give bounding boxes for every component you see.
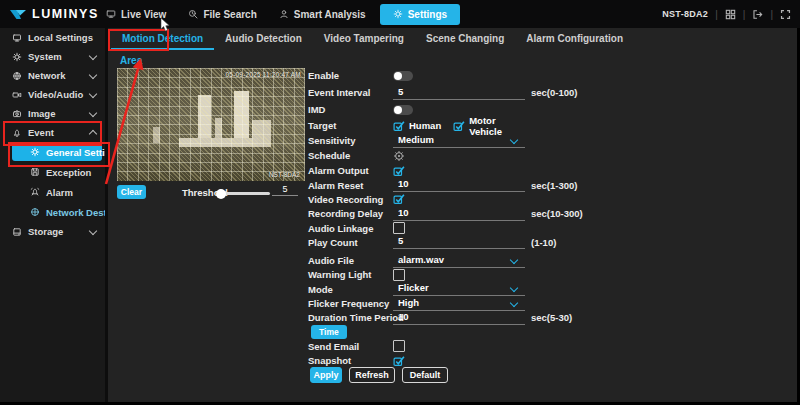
chevron-down-icon bbox=[89, 51, 97, 59]
tab-video-tampering[interactable]: Video Tampering bbox=[313, 28, 415, 50]
osd-timestamp: 05-09-2025 11:20:47 AM bbox=[226, 71, 301, 78]
audio-file-select[interactable]: alarm.wav bbox=[393, 254, 525, 268]
tab-alarm-configuration[interactable]: Alarm Configuration bbox=[515, 28, 634, 50]
form-row-duration-time-period: Duration Time Period10sec(5-30) bbox=[308, 311, 778, 325]
sidebar-item-general-settings[interactable]: General Settings bbox=[12, 143, 102, 161]
default-button[interactable]: Default bbox=[402, 367, 448, 383]
motion-settings-form: EnableEvent Interval5sec(0-100)IMDTarget… bbox=[308, 67, 778, 382]
sidebar-item-label: Local Settings bbox=[28, 32, 93, 43]
form-row-alarm-output: Alarm Output bbox=[308, 163, 778, 178]
detection-area-canvas[interactable]: 05-09-2025 11:20:47 AM NST-8DA2 bbox=[117, 68, 305, 181]
brand-name: LUMINYS bbox=[32, 7, 99, 21]
field-control bbox=[393, 355, 525, 367]
flicker-frequency-select[interactable]: High bbox=[393, 297, 525, 311]
fullscreen-icon[interactable] bbox=[780, 9, 791, 20]
field-range-hint: sec(5-30) bbox=[525, 312, 572, 323]
tab-scene-changing[interactable]: Scene Changing bbox=[415, 28, 515, 50]
divider: | bbox=[715, 9, 718, 20]
chevron-down-icon bbox=[89, 70, 97, 78]
tab-audio-detection[interactable]: Audio Detection bbox=[214, 28, 313, 50]
warning-light-checkbox[interactable] bbox=[393, 269, 405, 281]
sidebar: Local SettingsSystemNetworkVideo/AudioIm… bbox=[0, 28, 105, 402]
threshold-value[interactable]: 5 bbox=[272, 184, 298, 196]
chevron-down-icon bbox=[510, 255, 518, 263]
apply-button[interactable]: Apply bbox=[310, 367, 342, 383]
refresh-button[interactable]: Refresh bbox=[349, 367, 395, 383]
chevron-down-icon bbox=[510, 284, 518, 292]
sidebar-item-system[interactable]: System bbox=[0, 47, 105, 66]
sidebar-item-alarm[interactable]: Alarm bbox=[0, 182, 105, 202]
sidebar-item-local-settings[interactable]: Local Settings bbox=[0, 28, 105, 47]
nav-item-live-view[interactable]: Live View bbox=[98, 5, 174, 24]
alarm-output-config-icon[interactable] bbox=[393, 165, 405, 177]
chevron-down-icon bbox=[89, 108, 97, 116]
field-label: Duration Time Period bbox=[308, 312, 393, 323]
bell-icon bbox=[12, 128, 22, 138]
video-icon bbox=[12, 90, 22, 100]
sidebar-item-label: Video/Audio bbox=[28, 89, 83, 100]
field-control bbox=[393, 193, 525, 205]
form-row-time: Time bbox=[308, 325, 778, 339]
imd-toggle[interactable] bbox=[393, 105, 413, 115]
snapshot-config-icon[interactable] bbox=[393, 355, 405, 367]
field-control bbox=[393, 222, 525, 234]
monitor-icon bbox=[12, 33, 22, 43]
field-control bbox=[393, 165, 525, 177]
nav-item-smart-analysis[interactable]: Smart Analysis bbox=[271, 5, 374, 24]
grid-icon[interactable] bbox=[725, 9, 736, 20]
audio-linkage-checkbox[interactable] bbox=[393, 222, 405, 234]
field-label: Audio File bbox=[308, 255, 393, 266]
sidebar-item-video-audio[interactable]: Video/Audio bbox=[0, 85, 105, 104]
schedule-config-icon[interactable] bbox=[393, 150, 405, 162]
field-label: Schedule bbox=[308, 150, 393, 161]
file-search-icon bbox=[188, 9, 198, 19]
form-row-alarm-reset: Alarm Reset10sec(1-300) bbox=[308, 178, 778, 192]
threshold-slider[interactable] bbox=[218, 192, 270, 195]
time-button[interactable]: Time bbox=[311, 325, 347, 339]
field-control: 5 bbox=[393, 86, 525, 100]
area-section-title: Area bbox=[120, 55, 142, 66]
duration-time-period-input[interactable]: 10 bbox=[393, 311, 525, 325]
sidebar-item-network-destination[interactable]: Network Destination bbox=[0, 202, 105, 222]
sidebar-item-event[interactable]: Event bbox=[0, 123, 105, 142]
field-label: Flicker Frequency bbox=[308, 298, 393, 309]
field-range-hint: (1-10) bbox=[525, 237, 556, 248]
field-label: Video Recording bbox=[308, 194, 393, 205]
clear-button[interactable]: Clear bbox=[117, 185, 146, 199]
video-recording-config-icon[interactable] bbox=[393, 193, 405, 205]
send-email-checkbox[interactable] bbox=[393, 340, 405, 352]
nav-item-settings[interactable]: Settings bbox=[380, 4, 460, 25]
tab-motion-detection[interactable]: Motion Detection bbox=[111, 28, 214, 50]
sidebar-item-network[interactable]: Network bbox=[0, 66, 105, 85]
alarm-reset-input[interactable]: 10 bbox=[393, 178, 525, 192]
threshold-slider-thumb[interactable] bbox=[216, 189, 226, 199]
brand-logo: LUMINYS bbox=[0, 7, 99, 21]
field-control: 10 bbox=[393, 207, 525, 221]
sidebar-item-image[interactable]: Image bbox=[0, 104, 105, 123]
sidebar-item-label: Event bbox=[28, 127, 54, 138]
sidebar-item-label: Exception bbox=[46, 167, 91, 178]
field-control: 10 bbox=[393, 311, 525, 325]
field-label: Alarm Reset bbox=[308, 180, 393, 191]
form-row-target: TargetHumanMotor Vehicle bbox=[308, 118, 778, 133]
play-count-input[interactable]: 5 bbox=[393, 235, 525, 249]
mode-select[interactable]: Flicker bbox=[393, 282, 525, 296]
event-interval-input[interactable]: 5 bbox=[393, 86, 525, 100]
recording-delay-input[interactable]: 10 bbox=[393, 207, 525, 221]
logout-icon[interactable] bbox=[752, 9, 763, 20]
checked-box-icon bbox=[393, 120, 405, 132]
divider: | bbox=[770, 9, 773, 20]
field-control: 5 bbox=[393, 235, 525, 249]
nav-item-label: Live View bbox=[121, 9, 166, 20]
nav-item-label: File Search bbox=[203, 9, 256, 20]
field-label: Audio Linkage bbox=[308, 223, 393, 234]
sidebar-item-label: Network bbox=[28, 70, 65, 81]
sidebar-item-storage[interactable]: Storage bbox=[0, 222, 105, 241]
human-checkbox[interactable]: Human bbox=[393, 120, 441, 132]
sidebar-item-exception[interactable]: Exception bbox=[0, 162, 105, 182]
sensitivity-select[interactable]: Medium bbox=[393, 134, 525, 148]
chevron-down-icon bbox=[89, 89, 97, 97]
divider: | bbox=[743, 9, 746, 20]
nav-item-file-search[interactable]: File Search bbox=[180, 5, 264, 24]
enable-toggle[interactable] bbox=[393, 71, 413, 81]
